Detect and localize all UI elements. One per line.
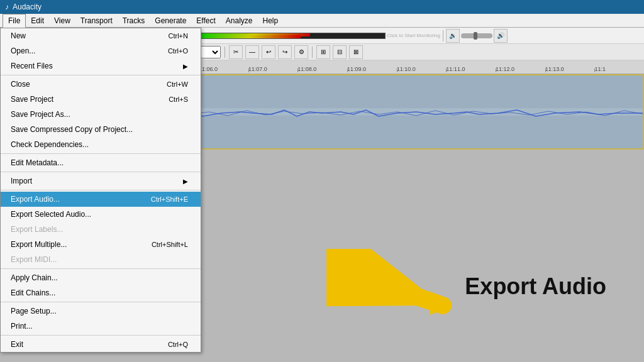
btn-zoom-out2[interactable]: ⊟ [333,45,347,59]
ruler-mark-3: 11:09.0 [347,66,397,72]
btn-silence[interactable]: — [245,45,259,59]
menu-help[interactable]: Help [258,14,284,28]
menu-item-save-project[interactable]: Save Project Ctrl+S [1,92,201,107]
btn-zoom-sel[interactable]: ⊞ [316,45,330,59]
menu-item-apply-chain[interactable]: Apply Chain... [1,270,201,285]
sep-6 [1,302,201,302]
menu-item-edit-metadata[interactable]: Edit Metadata... [1,155,201,170]
sep-mon-2 [225,47,225,58]
btn-volume-up[interactable]: 🔊 [494,29,508,43]
menu-view[interactable]: View [49,14,75,28]
menu-transport[interactable]: Transport [75,14,118,28]
output-volume-slider[interactable] [461,33,492,38]
export-annotation: Export Audio [326,249,606,324]
ruler-mark-0: 11:06.0 [199,66,248,72]
menu-item-export-audio[interactable]: Export Audio... Ctrl+Shift+E [1,192,201,207]
sep-2 [1,153,201,154]
ruler-mark-4: 11:10.0 [397,66,447,72]
btn-clip[interactable]: ✂ [229,45,243,59]
menu-item-new[interactable]: New Ctrl+N [1,28,201,43]
ruler-mark-2: 11:08.0 [297,66,347,72]
menu-item-print[interactable]: Print... [1,319,201,334]
menu-item-open[interactable]: Open... Ctrl+O [1,43,201,58]
btn-redo[interactable]: ↪ [278,45,292,59]
sep-1 [1,75,201,75]
menu-item-export-selected[interactable]: Export Selected Audio... [1,207,201,222]
export-audio-label: Export Audio [465,273,606,300]
menu-item-edit-chains[interactable]: Edit Chains... [1,285,201,300]
menu-item-export-labels: Export Labels... [1,222,201,237]
menu-item-save-compressed[interactable]: Save Compressed Copy of Project... [1,122,201,137]
ruler-mark-8: 11:1 [594,66,644,72]
menu-item-recent-files[interactable]: Recent Files ▶ [1,58,201,74]
title-bar: ♪ Audacity [0,0,644,14]
file-dropdown: New Ctrl+N Open... Ctrl+O Recent Files ▶… [0,28,201,353]
menu-item-export-midi: Export MIDI... [1,252,201,267]
btn-undo[interactable]: ↩ [262,45,275,59]
svg-line-4 [333,268,443,305]
btn-sync[interactable]: ⚙ [294,45,308,59]
sep-7 [1,335,201,336]
btn-volume-down[interactable]: 🔉 [446,29,460,43]
menu-analyze[interactable]: Analyze [221,14,258,28]
menu-tracks[interactable]: Tracks [118,14,150,28]
menu-item-export-multiple[interactable]: Export Multiple... Ctrl+Shift+L [1,237,201,252]
ruler-mark-1: 11:07.0 [248,66,298,72]
annotation-arrow [326,249,452,324]
menu-item-close[interactable]: Close Ctrl+W [1,77,201,92]
sep-3 [443,30,443,41]
menu-item-exit[interactable]: Exit Ctrl+Q [1,337,201,352]
ruler-mark-7: 11:13.0 [545,66,595,72]
sep-5 [1,268,201,269]
vu-label: Click to Start Monitoring [387,33,440,38]
menu-item-save-project-as[interactable]: Save Project As... [1,107,201,122]
sep-3 [1,172,201,172]
sep-4 [1,190,201,190]
btn-zoom-fit2[interactable]: ⊠ [349,45,363,59]
menu-bar: File Edit View Transport Tracks Generate… [0,14,644,28]
ruler-mark-5: 11:11.0 [446,66,496,72]
app-title: Audacity [13,3,42,11]
menu-file[interactable]: File [3,14,26,28]
menu-item-import[interactable]: Import ▶ [1,173,201,189]
menu-effect[interactable]: Effect [191,14,220,28]
app-icon: ♪ [5,3,9,11]
sep-mon-3 [312,47,313,58]
menu-item-check-dependencies[interactable]: Check Dependencies... [1,137,201,152]
ruler-mark-6: 11:12.0 [496,66,545,72]
menu-edit[interactable]: Edit [26,14,49,28]
menu-generate[interactable]: Generate [150,14,191,28]
menu-item-page-setup[interactable]: Page Setup... [1,304,201,319]
